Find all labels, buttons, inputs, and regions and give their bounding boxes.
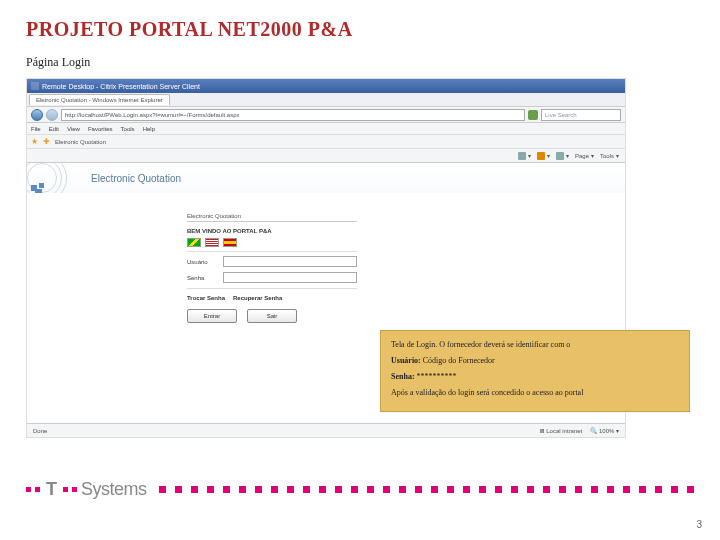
menu-view[interactable]: View [67,126,80,132]
url-input[interactable]: http://localhost/PWeb.Login.aspx?l=wumur… [61,109,525,121]
flag-spain[interactable] [223,238,237,247]
logo-square [63,487,68,492]
footer-dots [159,486,694,493]
page-header: Electronic Quotation [27,163,625,193]
print-button[interactable]: ▾ [556,152,569,160]
feeds-button[interactable]: ▾ [537,152,550,160]
command-bar: ▾ ▾ ▾ Page ▾ Tools ▾ [27,149,625,163]
favorite-link[interactable]: Eletronic Quotation [55,139,106,145]
add-favorite-icon[interactable]: ✚ [43,138,51,146]
logo-square [72,487,77,492]
logo-square [26,487,31,492]
recover-password-link[interactable]: Recuperar Senha [233,295,282,301]
status-text: Done [33,428,47,434]
app-title: Electronic Quotation [91,173,181,184]
password-input[interactable] [223,272,357,283]
favorites-bar: ★ ✚ Eletronic Quotation [27,135,625,149]
welcome-text: BEM VINDO AO PORTAL P&A [187,228,357,234]
callout-line: Após a validação do login será concedido… [391,387,679,399]
slide-subtitle: Página Login [26,55,694,70]
enter-button[interactable]: Entrar [187,309,237,323]
zoom-level[interactable]: 🔍 100% ▾ [590,427,619,434]
menu-tools[interactable]: Tools [121,126,135,132]
user-input[interactable] [223,256,357,267]
callout-line: Senha: ********** [391,371,679,383]
logo-t-letter: T [46,479,57,500]
menu-file[interactable]: File [31,126,41,132]
t-systems-logo: T Systems [26,479,147,500]
slide-title: PROJETO PORTAL NET2000 P&A [26,18,694,41]
flag-brazil[interactable] [187,238,201,247]
print-icon [556,152,564,160]
menu-favorites[interactable]: Favorites [88,126,113,132]
back-button[interactable] [31,109,43,121]
tools-menu[interactable]: Tools ▾ [600,152,619,159]
decor-square [39,183,44,188]
exit-button[interactable]: Sair [247,309,297,323]
favorites-star-icon[interactable]: ★ [31,138,39,146]
search-input[interactable]: Live Search [541,109,621,121]
annotation-callout: Tela de Login. O fornecedor deverá se id… [380,330,690,412]
browser-tab[interactable]: Eletronic Quotation - Windows Internet E… [29,94,170,105]
security-zone: 🖥 Local intranet [539,428,583,434]
login-box-title: Electronic Quotation [187,213,357,222]
callout-line: Tela de Login. O fornecedor deverá se id… [391,339,679,351]
ie-tab-bar: Eletronic Quotation - Windows Internet E… [27,93,625,107]
user-label: Usuário [187,259,217,265]
go-button[interactable] [528,110,538,120]
remote-desktop-titlebar: Remote Desktop - Citrix Presentation Ser… [27,79,625,93]
menu-help[interactable]: Help [143,126,155,132]
change-password-link[interactable]: Trocar Senha [187,295,225,301]
window-icon [31,82,39,90]
callout-line: Usuário: Código do Fornecedor [391,355,679,367]
forward-button[interactable] [46,109,58,121]
divider [187,288,357,289]
logo-square [35,487,40,492]
logo-systems-text: Systems [81,479,147,500]
flag-usa[interactable] [205,238,219,247]
menu-bar: File Edit View Favorites Tools Help [27,123,625,135]
window-title: Remote Desktop - Citrix Presentation Ser… [42,83,200,90]
page-menu[interactable]: Page ▾ [575,152,594,159]
footer: T Systems [26,478,694,500]
menu-edit[interactable]: Edit [49,126,59,132]
divider [187,251,357,252]
password-label: Senha [187,275,217,281]
address-bar: http://localhost/PWeb.Login.aspx?l=wumur… [27,107,625,123]
language-flags [187,238,357,247]
status-bar: Done 🖥 Local intranet 🔍 100% ▾ [27,423,625,437]
page-number: 3 [696,519,702,530]
login-box: Electronic Quotation BEM VINDO AO PORTAL… [187,213,357,323]
home-button[interactable]: ▾ [518,152,531,160]
rss-icon [537,152,545,160]
home-icon [518,152,526,160]
